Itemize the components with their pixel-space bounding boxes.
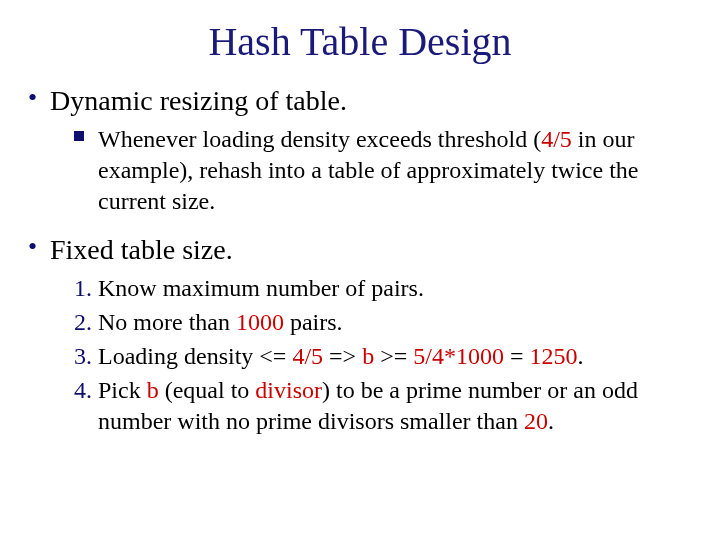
body-text: . <box>577 343 583 369</box>
slide-title: Hash Table Design <box>28 18 692 65</box>
highlight-text: 1000 <box>236 309 284 335</box>
list-number: 3. <box>74 341 92 372</box>
list-number: 1. <box>74 273 92 304</box>
bullet-dot-icon: • <box>28 234 37 260</box>
bullet-level-1: •Dynamic resizing of table. <box>28 83 692 118</box>
square-bullet-icon <box>74 131 84 141</box>
highlight-text: 1250 <box>529 343 577 369</box>
slide-body: •Dynamic resizing of table.Whenever load… <box>28 83 692 438</box>
highlight-text: 5/4*1000 <box>413 343 504 369</box>
body-text: Pick <box>98 377 147 403</box>
list-number: 4. <box>74 375 92 406</box>
body-text: Whenever loading density exceeds thresho… <box>98 126 541 152</box>
body-text: (equal to <box>159 377 256 403</box>
numbered-item: 4.Pick b (equal to divisor) to be a prim… <box>74 375 692 437</box>
highlight-text: 4/5 <box>541 126 572 152</box>
bullet-dot-icon: • <box>28 85 37 111</box>
numbered-item: 2.No more than 1000 pairs. <box>74 307 692 338</box>
body-text: pairs. <box>284 309 343 335</box>
sub-bullet-block: Whenever loading density exceeds thresho… <box>74 124 692 218</box>
bullet-level-2: Whenever loading density exceeds thresho… <box>74 124 692 218</box>
list-number: 2. <box>74 307 92 338</box>
body-text: Know maximum number of pairs. <box>98 275 424 301</box>
highlight-text: 4/5 <box>292 343 323 369</box>
highlight-text: b <box>147 377 159 403</box>
bullet-text: Fixed table size. <box>50 234 233 265</box>
highlight-text: 20 <box>524 408 548 434</box>
bullet-text: Dynamic resizing of table. <box>50 85 347 116</box>
bullet-level-1: •Fixed table size. <box>28 232 692 267</box>
body-text: No more than <box>98 309 236 335</box>
body-text: . <box>548 408 554 434</box>
slide: Hash Table Design •Dynamic resizing of t… <box>0 0 720 540</box>
numbered-item: 3.Loading density <= 4/5 => b >= 5/4*100… <box>74 341 692 372</box>
body-text: => <box>323 343 362 369</box>
highlight-text: divisor <box>255 377 322 403</box>
highlight-text: b <box>362 343 374 369</box>
body-text: = <box>504 343 530 369</box>
body-text: Loading density <= <box>98 343 292 369</box>
body-text: >= <box>374 343 413 369</box>
sub-bullet-block: 1.Know maximum number of pairs.2.No more… <box>74 273 692 438</box>
numbered-item: 1.Know maximum number of pairs. <box>74 273 692 304</box>
